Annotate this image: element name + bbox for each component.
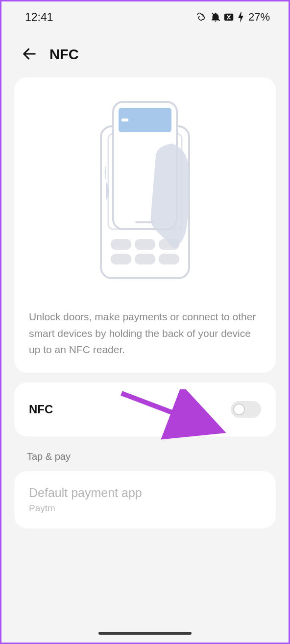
back-button[interactable]: [21, 46, 38, 64]
header: NFC: [1, 31, 289, 77]
svg-rect-4: [135, 239, 155, 250]
nfc-description: Unlock doors, make payments or connect t…: [27, 309, 263, 358]
status-icons: 27%: [196, 11, 270, 24]
page-title: NFC: [49, 47, 79, 63]
svg-rect-11: [121, 119, 128, 121]
nfc-toggle-row[interactable]: NFC: [14, 382, 276, 436]
svg-rect-3: [111, 239, 131, 250]
default-payment-title: Default payment app: [29, 486, 261, 500]
do-not-disturb-icon: [196, 12, 207, 23]
toggle-knob: [233, 404, 245, 415]
svg-rect-8: [159, 254, 179, 264]
mute-icon: [210, 12, 221, 23]
battery-saver-icon: [224, 13, 235, 22]
nfc-info-card: Unlock doors, make payments or connect t…: [14, 77, 276, 373]
nfc-toggle-label: NFC: [29, 403, 53, 416]
status-time: 12:41: [25, 11, 53, 24]
svg-rect-6: [111, 254, 131, 264]
default-payment-row[interactable]: Default payment app Paytm: [14, 471, 276, 528]
default-payment-subtitle: Paytm: [29, 503, 261, 514]
battery-percent: 27%: [248, 11, 270, 24]
svg-rect-7: [135, 254, 155, 264]
nfc-toggle-switch[interactable]: [231, 401, 261, 418]
home-indicator[interactable]: [98, 632, 192, 635]
arrow-left-icon: [21, 46, 38, 62]
nfc-illustration: [27, 97, 263, 283]
charging-icon: [238, 12, 244, 23]
status-bar: 12:41 27%: [1, 1, 289, 31]
tap-pay-section-label: Tap & pay: [27, 451, 289, 462]
